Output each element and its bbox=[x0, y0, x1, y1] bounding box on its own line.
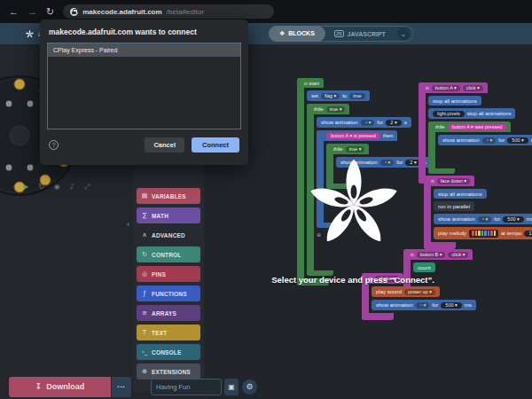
block-show-animation[interactable]: show animation◔ ▾ for2 ▾s bbox=[317, 117, 411, 128]
forward-icon[interactable]: → bbox=[27, 7, 37, 17]
block-set[interactable]: setflag ▾ totrue bbox=[307, 90, 370, 101]
category-functions[interactable]: ƒFUNCTIONS bbox=[137, 286, 200, 301]
pins-icon: ◎ bbox=[141, 270, 148, 278]
tab-javascript[interactable]: JS JAVASCRIPT bbox=[325, 30, 395, 37]
category-control[interactable]: ↻CONTROL bbox=[137, 246, 200, 262]
block-if[interactable]: ifbutton A ▾ is pressedthen whiletrue ▾ … bbox=[317, 130, 431, 228]
download-options-button[interactable]: ••• bbox=[112, 377, 131, 397]
block-on-face-down[interactable]: onface down ▾ stop all animations run in… bbox=[424, 176, 532, 249]
ellipsis-icon: ••• bbox=[117, 384, 125, 389]
block-show-animation[interactable]: show animation◔ ▾ for500 ▾ms bbox=[434, 214, 532, 224]
category-arrays[interactable]: ≡ARRAYS bbox=[137, 305, 200, 321]
text-icon: T bbox=[141, 329, 148, 336]
chevron-down-icon: ⌄ bbox=[401, 30, 407, 38]
javascript-icon: JS bbox=[334, 30, 344, 37]
console-icon: ›_ bbox=[141, 348, 148, 356]
project-name-input[interactable] bbox=[151, 379, 222, 395]
block-run-in-parallel[interactable]: run in parallel bbox=[434, 201, 474, 211]
block-light-pixels[interactable]: light.pixelsstop all animations bbox=[428, 108, 515, 119]
block-on-button-a-click[interactable]: onbutton A ▾click ▾ stop all animations … bbox=[419, 82, 532, 184]
toolbox-collapse-arrow[interactable]: ‹ bbox=[127, 220, 129, 229]
tab-javascript-label: JAVASCRIPT bbox=[348, 31, 386, 37]
connect-button[interactable]: Connect bbox=[192, 137, 239, 153]
control-icon: ↻ bbox=[141, 251, 148, 258]
fullscreen-icon[interactable]: ⤢ bbox=[84, 183, 90, 192]
url-path: /beta#editor bbox=[167, 8, 204, 16]
block-on-shake[interactable]: onshake ▾ play soundpower up ▾ show anim… bbox=[362, 273, 476, 320]
category-advanced[interactable]: ∧ADVANCED bbox=[137, 227, 200, 243]
block-play-melody[interactable]: play melody at tempo120bpm bbox=[434, 227, 532, 239]
category-variables[interactable]: ▤VARIABLES bbox=[137, 188, 200, 204]
sound-icon[interactable]: ♪ bbox=[70, 183, 74, 192]
lock-icon bbox=[70, 8, 78, 16]
functions-icon: ƒ bbox=[141, 290, 148, 297]
block-show-animation[interactable]: show animation◔ ▾ for2 ▾s bbox=[336, 157, 431, 168]
download-button[interactable]: ↧ Download bbox=[9, 377, 111, 397]
block-play-sound[interactable]: play soundpower up ▾ bbox=[372, 286, 440, 297]
address-bar[interactable]: makecode.adafruit.com/beta#editor bbox=[63, 4, 274, 19]
category-list: ▤VARIABLES ∑MATH ∧ADVANCED ↻CONTROL ◎PIN… bbox=[137, 188, 200, 379]
block-show-animation[interactable]: show animation◔ ▾ for500 ▾ms bbox=[372, 300, 476, 310]
settings-button[interactable]: ⚙ bbox=[242, 379, 257, 395]
block-while-loop[interactable]: whilebutton A ▾ was pressed show animati… bbox=[428, 121, 532, 174]
simulator-controls: ▶ ↻ ◉ ♪ ⤢ bbox=[23, 183, 90, 192]
block-show-animation[interactable]: show animation◔ ▾ for500 ▾ms bbox=[438, 135, 532, 145]
editor-bottom-bar: ↧ Download ••• ▣ ⚙ bbox=[0, 374, 532, 399]
back-icon[interactable]: ← bbox=[9, 7, 19, 17]
help-icon[interactable]: ? bbox=[49, 140, 59, 150]
dialog-footer: ? Cancel Connect bbox=[40, 129, 248, 160]
debug-icon[interactable]: ◉ bbox=[54, 183, 60, 192]
block-stop-all-animations[interactable]: stop all animations bbox=[434, 189, 487, 199]
blocks-workspace[interactable]: on start setflag ▾ totrue whiletrue ▾ sh… bbox=[204, 44, 532, 399]
block-stop-all-animations[interactable]: stop all animations bbox=[428, 96, 481, 106]
save-icon: ▣ bbox=[228, 383, 235, 391]
expand-if-icon[interactable]: ⊕ bbox=[326, 192, 331, 200]
dialog-title: makecode.adafruit.com wants to connect bbox=[40, 20, 248, 43]
tab-blocks-label: BLOCKS bbox=[288, 30, 315, 36]
arrays-icon: ≡ bbox=[141, 309, 148, 317]
category-pins[interactable]: ◎PINS bbox=[137, 266, 200, 282]
device-connect-dialog: makecode.adafruit.com wants to connect C… bbox=[40, 20, 248, 165]
reload-icon[interactable]: ↻ bbox=[46, 7, 54, 17]
expand-if-icon[interactable]: ⊕ bbox=[317, 231, 321, 239]
melody-strip[interactable] bbox=[469, 230, 498, 238]
cancel-button[interactable]: Cancel bbox=[145, 137, 184, 153]
language-toggle: ❖ BLOCKS JS JAVASCRIPT ⌄ bbox=[269, 26, 413, 42]
category-console[interactable]: ›_CONSOLE bbox=[137, 344, 200, 360]
save-button[interactable]: ▣ bbox=[224, 379, 239, 395]
play-icon[interactable]: ▶ bbox=[23, 183, 28, 192]
block-while-loop[interactable]: whiletrue ▾ show animation◔ ▾ for2 ▾s bbox=[326, 144, 431, 189]
category-math[interactable]: ∑MATH bbox=[137, 207, 200, 223]
usb-download-icon: ↧ bbox=[35, 382, 43, 391]
tab-blocks[interactable]: ❖ BLOCKS bbox=[269, 26, 325, 42]
language-dropdown-caret[interactable]: ⌄ bbox=[397, 27, 410, 40]
url-host: makecode.adafruit.com bbox=[82, 8, 161, 16]
blocks-icon: ❖ bbox=[279, 30, 285, 37]
chevron-up-icon: ∧ bbox=[141, 231, 148, 239]
adafruit-flower-icon bbox=[25, 29, 35, 39]
device-list-item[interactable]: CPlay Express - Paired bbox=[48, 43, 240, 57]
device-list: CPlay Express - Paired bbox=[47, 43, 241, 129]
category-text[interactable]: TTEXT bbox=[137, 325, 200, 340]
download-label: Download bbox=[46, 382, 84, 391]
block-count[interactable]: count bbox=[413, 262, 435, 272]
math-icon: ∑ bbox=[141, 212, 148, 219]
restart-icon[interactable]: ↻ bbox=[38, 183, 44, 192]
variables-icon: ▤ bbox=[141, 192, 148, 200]
gear-icon: ⚙ bbox=[246, 382, 253, 391]
